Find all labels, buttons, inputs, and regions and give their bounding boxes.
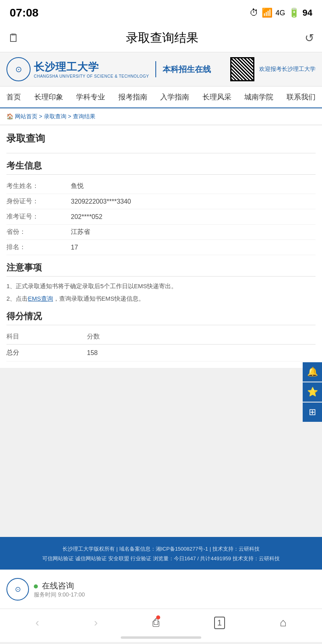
consult-logo: ⊙ bbox=[6, 578, 29, 601]
field-value-admit: 202****052 bbox=[71, 209, 316, 225]
home-icon: ⌂ bbox=[280, 616, 287, 629]
field-value-rank: 17 bbox=[71, 240, 316, 255]
share-badge bbox=[156, 615, 160, 619]
home-button[interactable]: ⌂ bbox=[280, 616, 287, 629]
notice-section-title: 注意事项 bbox=[6, 262, 316, 277]
forward-button[interactable]: › bbox=[94, 616, 97, 629]
status-time: 07:08 bbox=[10, 6, 39, 19]
tab-count-icon: 1 bbox=[214, 617, 225, 629]
app-title: 录取查询结果 bbox=[126, 30, 198, 46]
online-dot bbox=[34, 584, 38, 588]
signal-icon: 4G bbox=[276, 9, 285, 17]
online-consult-area: ⊙ 在线咨询 服务时间 9:00-17:00 bbox=[0, 570, 322, 609]
school-name-cn: 长沙理工大学 bbox=[34, 60, 149, 74]
logo-divider bbox=[155, 61, 156, 77]
nav-home[interactable]: 首页 bbox=[2, 90, 25, 104]
back-button[interactable]: ‹ bbox=[35, 616, 39, 629]
field-label-id: 身份证号： bbox=[6, 194, 71, 209]
school-subtitle: 本科招生在线 bbox=[163, 64, 211, 75]
notice-line-2: 2、点击EMS查询，查询录取通知书EMS快递信息。 bbox=[6, 293, 316, 304]
welcome-text: 欢迎报考长沙理工大学 bbox=[259, 66, 316, 73]
share-button[interactable]: ⎙ bbox=[153, 616, 159, 629]
status-icons: ⏱ 📶 4G 🔋 94 bbox=[250, 8, 313, 18]
field-value-province: 江苏省 bbox=[71, 225, 316, 240]
breadcrumb-home[interactable]: 网站首页 bbox=[15, 113, 37, 120]
clock-icon: ⏱ bbox=[250, 8, 258, 18]
forward-icon: › bbox=[94, 616, 97, 629]
website-header: ⊙ 长沙理工大学 CHANGSHA UNIVERSITY OF SCIENCE … bbox=[0, 52, 322, 87]
table-row: 总分 158 bbox=[6, 345, 316, 361]
nav-style[interactable]: 长理风采 bbox=[198, 90, 235, 104]
field-label-rank: 排名： bbox=[6, 240, 71, 255]
qr-code bbox=[230, 57, 254, 81]
footer-main: 长沙理工大学版权所有 | 域名备案信息：湘ICP备15008277号-1 | 技… bbox=[6, 544, 316, 553]
content-area: 录取查询 考生信息 考生姓名： 鱼悦 身份证号： 3209222003****3… bbox=[0, 126, 322, 368]
notification-float-btn[interactable]: 🔔 bbox=[303, 362, 322, 382]
status-bar: 07:08 ⏱ 📶 4G 🔋 94 bbox=[0, 0, 322, 24]
breadcrumb-sep2: > bbox=[68, 113, 73, 120]
header-right: 欢迎报考长沙理工大学 bbox=[230, 57, 316, 81]
nav-bar: 首页 长理印象 学科专业 报考指南 入学指南 长理风采 城南学院 联系我们 bbox=[0, 87, 322, 108]
table-row: 考生姓名： 鱼悦 bbox=[6, 179, 316, 194]
main-section-title: 录取查询 bbox=[6, 132, 316, 148]
score-col-score: 分数 bbox=[87, 329, 316, 345]
nav-enrollment[interactable]: 入学指南 bbox=[156, 90, 193, 104]
nav-impression[interactable]: 长理印象 bbox=[30, 90, 67, 104]
consult-time: 服务时间 9:00-17:00 bbox=[34, 591, 85, 599]
nav-chengnan[interactable]: 城南学院 bbox=[240, 90, 277, 104]
share-icon: ⊞ bbox=[309, 407, 316, 417]
qr-inner bbox=[231, 58, 253, 80]
ems-link[interactable]: EMS查询 bbox=[28, 295, 53, 302]
school-name-en: CHANGSHA UNIVERSITY OF SCIENCE & TECHNOL… bbox=[34, 74, 149, 78]
table-row: 省份： 江苏省 bbox=[6, 225, 316, 240]
logo-text-block: 长沙理工大学 CHANGSHA UNIVERSITY OF SCIENCE & … bbox=[34, 60, 149, 78]
score-col-subject: 科目 bbox=[6, 329, 87, 345]
nav-discipline[interactable]: 学科专业 bbox=[72, 90, 109, 104]
site-footer: 长沙理工大学版权所有 | 域名备案信息：湘ICP备15008277号-1 | 技… bbox=[0, 537, 322, 570]
field-label-province: 省份： bbox=[6, 225, 71, 240]
table-row: 准考证号： 202****052 bbox=[6, 209, 316, 225]
logo-area: ⊙ 长沙理工大学 CHANGSHA UNIVERSITY OF SCIENCE … bbox=[6, 57, 211, 81]
field-label-name: 考生姓名： bbox=[6, 179, 71, 194]
score-section-title: 得分情况 bbox=[6, 310, 316, 325]
candidate-section-title: 考生信息 bbox=[6, 160, 316, 175]
score-value: 158 bbox=[87, 345, 316, 361]
nav-contact[interactable]: 联系我们 bbox=[283, 90, 320, 104]
notice-line-1: 1、正式录取通知书将于确定录取后5个工作日以EMS快递寄出。 bbox=[6, 281, 316, 291]
bell-icon: 🔔 bbox=[307, 367, 318, 377]
score-table: 科目 分数 总分 158 bbox=[6, 329, 316, 361]
bottom-nav: ‹ › ⎙ 1 ⌂ bbox=[0, 609, 322, 636]
candidate-info-table: 考生姓名： 鱼悦 身份证号： 3209222003****3340 准考证号： … bbox=[6, 179, 316, 255]
breadcrumb-section[interactable]: 录取查询 bbox=[44, 113, 66, 120]
field-value-name: 鱼悦 bbox=[71, 179, 316, 194]
consult-info: 在线咨询 服务时间 9:00-17:00 bbox=[34, 580, 85, 599]
breadcrumb-current: 查询结果 bbox=[73, 113, 95, 120]
back-icon: ‹ bbox=[35, 616, 39, 629]
gray-spacer bbox=[0, 368, 322, 537]
floating-sidebar: 🔔 ⭐ ⊞ bbox=[303, 362, 322, 422]
nav-apply-guide[interactable]: 报考指南 bbox=[114, 90, 151, 104]
field-value-id: 3209222003****3340 bbox=[71, 194, 316, 209]
home-indicator bbox=[121, 636, 201, 639]
favorite-float-btn[interactable]: ⭐ bbox=[303, 382, 322, 402]
consult-title: 在线咨询 bbox=[34, 580, 85, 591]
footer-links: 可信网站验证 诚信网站验证 安全联盟 行业验证 浏览量：今日1647 / 共计4… bbox=[6, 555, 316, 562]
battery-level: 94 bbox=[303, 8, 312, 18]
share-float-btn[interactable]: ⊞ bbox=[303, 402, 322, 422]
document-icon[interactable]: 🗒 bbox=[8, 31, 19, 45]
school-logo: ⊙ bbox=[6, 57, 31, 81]
star-icon: ⭐ bbox=[307, 387, 318, 397]
table-row: 身份证号： 3209222003****3340 bbox=[6, 194, 316, 209]
wifi-icon: 📶 bbox=[262, 8, 272, 18]
breadcrumb-home-icon: 🏠 bbox=[6, 113, 13, 120]
app-header: 🗒 录取查询结果 ↺ bbox=[0, 24, 322, 52]
battery-icon: 🔋 bbox=[289, 8, 299, 18]
tab-button[interactable]: 1 bbox=[214, 617, 225, 629]
refresh-icon[interactable]: ↺ bbox=[305, 31, 314, 45]
breadcrumb-sep1: > bbox=[39, 113, 44, 120]
field-label-admit: 准考证号： bbox=[6, 209, 71, 225]
score-subject: 总分 bbox=[6, 345, 87, 361]
breadcrumb: 🏠 网站首页 > 录取查询 > 查询结果 bbox=[0, 109, 322, 125]
table-row: 排名： 17 bbox=[6, 240, 316, 255]
